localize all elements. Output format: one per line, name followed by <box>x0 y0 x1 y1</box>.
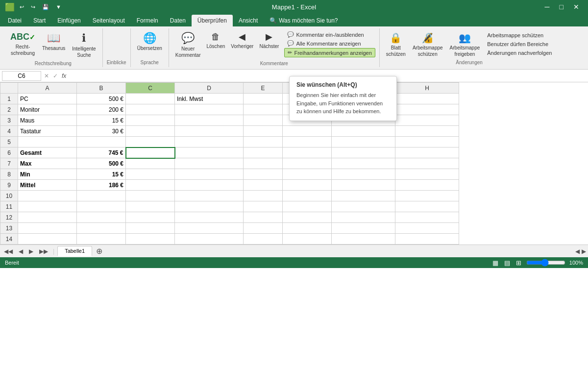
cell-c2[interactable] <box>126 104 175 115</box>
cell-e14[interactable] <box>244 234 283 245</box>
cell-g7[interactable] <box>332 158 395 169</box>
row-header-14[interactable]: 14 <box>0 234 18 245</box>
maximize-btn[interactable]: □ <box>556 2 567 12</box>
cell-e12[interactable] <box>244 212 283 223</box>
cell-b9[interactable]: 186 € <box>77 180 126 191</box>
arbeitsmappe-freigeben-btn[interactable]: 👥 Arbeitsmappefreigeben <box>447 30 483 59</box>
cell-a9[interactable]: Mittel <box>18 180 77 191</box>
cell-h12[interactable] <box>395 212 459 223</box>
alle-kommentare-item[interactable]: 💬 Alle Kommentare anzeigen <box>284 39 375 48</box>
row-header-7[interactable]: 7 <box>0 158 18 169</box>
cell-a5[interactable] <box>18 137 77 147</box>
cell-h13[interactable] <box>395 223 459 234</box>
sheet-tab-tabelle1[interactable]: Tabelle1 <box>57 246 92 256</box>
view-page-btn[interactable]: ⊞ <box>515 258 522 268</box>
tab-wasmoechten[interactable]: 🔍 Was möchten Sie tun? <box>264 15 343 26</box>
rechtschreibung-btn[interactable]: ABC✓ Recht-schreibung <box>8 30 38 58</box>
row-header-3[interactable]: 3 <box>0 115 18 126</box>
cell-h11[interactable] <box>395 201 459 212</box>
kommentar-einausblenden-item[interactable]: 💬 Kommentar ein-/ausblenden <box>284 30 375 39</box>
row-header-2[interactable]: 2 <box>0 104 18 115</box>
cell-e3[interactable] <box>244 115 283 126</box>
row-header-9[interactable]: 9 <box>0 180 18 191</box>
thesaurus-btn[interactable]: 📖 Thesaurus <box>40 30 68 52</box>
cell-a12[interactable] <box>18 212 77 223</box>
cell-g4[interactable] <box>332 126 395 137</box>
cell-d6[interactable] <box>175 147 244 158</box>
cell-g13[interactable] <box>332 223 395 234</box>
cell-b11[interactable] <box>77 201 126 212</box>
cell-b14[interactable] <box>77 234 126 245</box>
cell-f11[interactable] <box>283 201 332 212</box>
qa-dropdown[interactable]: ▼ <box>54 3 63 11</box>
cell-c9[interactable] <box>126 180 175 191</box>
cell-f14[interactable] <box>283 234 332 245</box>
cell-g6[interactable] <box>332 147 395 158</box>
cell-g5[interactable] <box>332 137 395 147</box>
loeschen-btn[interactable]: 🗑 Löschen <box>204 30 227 50</box>
col-header-a[interactable]: A <box>18 83 77 94</box>
cell-b8[interactable]: 15 € <box>77 169 126 180</box>
cell-a14[interactable] <box>18 234 77 245</box>
close-btn[interactable]: ✕ <box>569 2 583 12</box>
minimize-btn[interactable]: ─ <box>541 2 554 12</box>
col-header-e[interactable]: E <box>244 83 283 94</box>
cell-d14[interactable] <box>175 234 244 245</box>
cell-b12[interactable] <box>77 212 126 223</box>
cell-a10[interactable] <box>18 191 77 201</box>
cell-d7[interactable] <box>175 158 244 169</box>
cell-d4[interactable] <box>175 126 244 137</box>
uebersetzen-btn[interactable]: 🌐 Übersetzen <box>135 30 165 52</box>
aenderungen-nachverfolgen-item[interactable]: Änderungen nachverfolgen <box>484 49 555 57</box>
cell-b6[interactable]: 745 € <box>77 147 126 158</box>
cell-a13[interactable] <box>18 223 77 234</box>
cell-g14[interactable] <box>332 234 395 245</box>
cell-b2[interactable]: 200 € <box>77 104 126 115</box>
cell-e4[interactable] <box>244 126 283 137</box>
row-header-10[interactable]: 10 <box>0 191 18 201</box>
cell-f4[interactable] <box>283 126 332 137</box>
cell-d2[interactable] <box>175 104 244 115</box>
row-header-1[interactable]: 1 <box>0 94 18 104</box>
tab-start[interactable]: Start <box>27 15 51 26</box>
neuer-kommentar-btn[interactable]: 💬 NeuerKommentar <box>173 30 203 60</box>
cell-a7[interactable]: Max <box>18 158 77 169</box>
cell-e9[interactable] <box>244 180 283 191</box>
cell-c6[interactable] <box>126 147 175 158</box>
save-btn[interactable]: 💾 <box>40 3 51 11</box>
horizontal-scroll-left[interactable]: ◀ <box>575 248 580 255</box>
cell-b10[interactable] <box>77 191 126 201</box>
tab-ueberpruefen[interactable]: Überprüfen <box>192 15 233 26</box>
cell-h6[interactable] <box>395 147 459 158</box>
cell-c3[interactable] <box>126 115 175 126</box>
cell-h5[interactable] <box>395 137 459 147</box>
tab-ansicht[interactable]: Ansicht <box>233 15 264 26</box>
col-header-b[interactable]: B <box>77 83 126 94</box>
cell-d8[interactable] <box>175 169 244 180</box>
cell-h14[interactable] <box>395 234 459 245</box>
cell-e5[interactable] <box>244 137 283 147</box>
tab-einfuegen[interactable]: Einfügen <box>51 15 86 26</box>
cell-e11[interactable] <box>244 201 283 212</box>
cell-f5[interactable] <box>283 137 332 147</box>
zoom-slider[interactable] <box>526 260 565 266</box>
cell-f9[interactable] <box>283 180 332 191</box>
row-header-11[interactable]: 11 <box>0 201 18 212</box>
cell-h3[interactable] <box>395 115 459 126</box>
row-header-8[interactable]: 8 <box>0 169 18 180</box>
benutzer-bereiche-item[interactable]: Benutzer dürfen Bereiche <box>484 40 555 48</box>
cell-h4[interactable] <box>395 126 459 137</box>
cell-f7[interactable] <box>283 158 332 169</box>
cell-d1[interactable]: Inkl. Mwst <box>175 94 244 104</box>
cell-e1[interactable] <box>244 94 283 104</box>
cell-c8[interactable] <box>126 169 175 180</box>
tab-datei[interactable]: Datei <box>2 15 27 26</box>
row-header-4[interactable]: 4 <box>0 126 18 137</box>
cell-a8[interactable]: Min <box>18 169 77 180</box>
naechster-btn[interactable]: ▶ Nächster <box>257 30 281 50</box>
cell-d3[interactable] <box>175 115 244 126</box>
blatt-schuetzen-btn[interactable]: 🔒 Blattschützen <box>384 30 408 59</box>
cell-c12[interactable] <box>126 212 175 223</box>
cell-a1[interactable]: PC <box>18 94 77 104</box>
cell-f8[interactable] <box>283 169 332 180</box>
